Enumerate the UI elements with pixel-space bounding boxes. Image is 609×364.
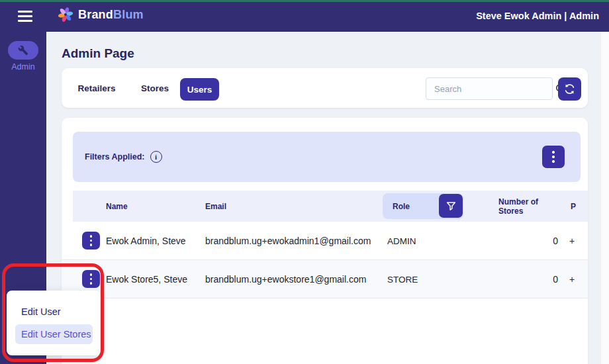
cell-email: brandblum.ug+ewokstore1@gmail.com [205,260,366,298]
app-screen: BrandBlum Steve Ewok Admin | Admin Admin… [0,0,609,364]
info-icon[interactable]: i [150,151,162,163]
search-input[interactable] [426,84,555,94]
table-options-kebab-button[interactable] [542,146,565,168]
column-header-role[interactable]: Role [393,191,410,222]
hamburger-menu-icon[interactable] [18,11,32,22]
column-header-name[interactable]: Name [106,191,128,222]
page-title: Admin Page [62,46,134,61]
column-header-number-of-stores[interactable]: Number of Stores [498,191,558,222]
users-table-card: Filters Applied: i Name Email Role Numbe… [62,118,588,364]
table-row[interactable]: Ewok Admin, Steve brandblum.ug+ewokadmin… [62,222,588,260]
sidebar-item-admin-label: Admin [0,62,46,71]
page-scrollbar-track[interactable] [600,32,609,364]
row-context-menu: Edit User Edit User Stores [7,291,101,355]
role-filter-button[interactable] [439,194,463,218]
filter-funnel-icon [445,201,457,212]
top-accent-line [0,0,609,2]
filters-applied-label: Filters Applied: i [85,132,162,182]
menu-item-edit-user[interactable]: Edit User [21,306,61,317]
cell-email: brandblum.ug+ewokadmin1@gmail.com [205,222,371,260]
cell-role: STORE [387,260,418,298]
cell-phone-clipped: + [569,222,575,260]
cell-number-of-stores: 0 [512,260,558,298]
row-actions-kebab-button[interactable] [82,232,100,250]
user-account-label[interactable]: Steve Ewok Admin | Admin [476,0,599,32]
tab-users[interactable]: Users [180,78,219,101]
table-header-row: Name Email Role Number of Stores P [73,191,588,222]
refresh-icon [563,83,576,95]
column-header-p-clipped[interactable]: P [571,191,576,222]
flower-logo-icon [58,7,73,23]
brand-name: BrandBlum [78,8,144,22]
tab-stores[interactable]: Stores [134,68,175,108]
wrench-icon [18,45,28,56]
search-box [426,77,553,100]
row-actions-kebab-button[interactable] [82,270,100,288]
cell-role: ADMIN [387,222,416,260]
cell-name: Ewok Store5, Steve [106,260,187,298]
cell-name: Ewok Admin, Steve [106,222,186,260]
tabs-toolbar: Retailers Stores Users [62,68,588,108]
filters-banner: Filters Applied: i [73,132,581,182]
menu-item-edit-user-stores[interactable]: Edit User Stores [15,324,93,344]
cell-number-of-stores: 0 [512,222,558,260]
brand-logo: BrandBlum [58,7,144,23]
top-navbar: BrandBlum Steve Ewok Admin | Admin [0,0,609,32]
sidebar-item-admin[interactable] [8,41,38,60]
tab-retailers[interactable]: Retailers [71,68,122,108]
column-header-email[interactable]: Email [205,191,226,222]
refresh-button[interactable] [558,77,581,101]
table-row[interactable]: Ewok Store5, Steve brandblum.ug+ewokstor… [62,260,588,298]
cell-phone-clipped: + [569,260,575,298]
